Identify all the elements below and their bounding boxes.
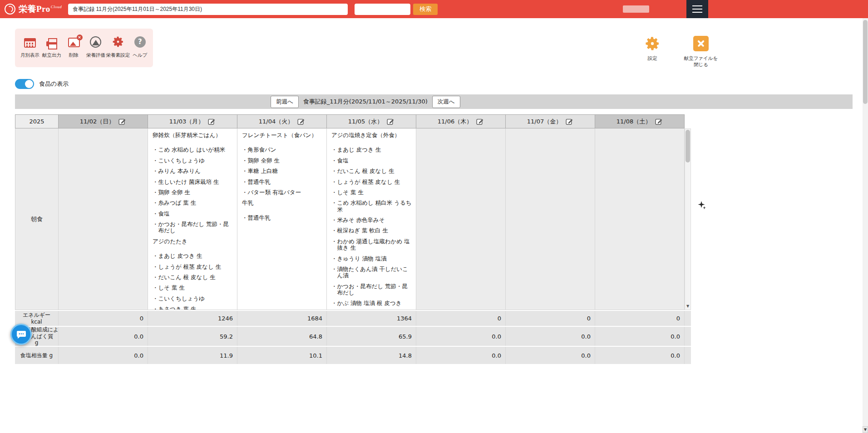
food-item: ・かつお・昆布だし 荒節・昆布だし — [153, 221, 233, 234]
food-display-toggle[interactable] — [15, 79, 34, 89]
toolbar-button-label: 月別表示 — [20, 52, 39, 58]
meal-cell-5[interactable] — [506, 128, 595, 310]
meal-cell-4[interactable] — [416, 128, 506, 310]
toolbar-button-close-orange[interactable]: 献立ファイルを閉じる — [683, 35, 719, 68]
meal-cell-0[interactable] — [59, 128, 148, 310]
table-scroll-down-icon[interactable]: ▼ — [685, 303, 690, 309]
nutrient-value: 64.8 — [237, 327, 327, 346]
prev-week-button[interactable]: 前週へ — [271, 96, 299, 108]
day-header-0[interactable]: 11/02（日） — [59, 114, 148, 128]
food-item: ・生しいたけ 菌床栽培 生 — [153, 179, 233, 185]
search-input[interactable] — [355, 4, 410, 15]
day-header-label: 11/02（日） — [80, 118, 114, 126]
toolbar-button-delete-photo[interactable]: 削除 — [64, 35, 84, 58]
day-header-5[interactable]: 11/07（金） — [506, 114, 595, 128]
toolbar-right-group: 設定献立ファイルを閉じる — [634, 35, 719, 68]
nutrient-value: 0.0 — [416, 327, 506, 346]
nutrient-rows: エネルギーkcal0124616841364000アミノ酸組成によるたんぱく質g… — [15, 310, 691, 364]
toolbar-button-gear-red[interactable]: 栄養素設定 — [108, 35, 128, 58]
toolbar-button-printer[interactable]: 献立出力 — [41, 35, 62, 58]
toolbar-button-label: 設定 — [648, 55, 657, 61]
gear-orange-icon — [644, 35, 661, 52]
nutrient-value: 11.9 — [148, 347, 237, 364]
day-header-label: 11/06（木） — [438, 118, 472, 126]
food-item: ・かぶ 漬物 塩漬 根 皮つき — [331, 300, 412, 306]
food-item: ・食塩 — [331, 157, 412, 164]
logo-text: 栄養ProCloud — [19, 3, 62, 15]
toolbar-button-gear-orange[interactable]: 設定 — [634, 35, 671, 61]
food-item: ・漬物たくあん漬 干しだいこん漬 — [331, 266, 412, 279]
nutrient-row-0: エネルギーkcal0124616841364000 — [15, 310, 691, 326]
nutrient-value: 0 — [506, 311, 595, 326]
table-scrollbar-thumb[interactable] — [686, 130, 690, 162]
page-scroll-down-icon[interactable]: ▼ — [863, 426, 868, 433]
nutrient-value: 1684 — [237, 311, 327, 326]
app-logo[interactable]: 栄養ProCloud — [0, 3, 68, 15]
food-item: ・食塩 — [153, 211, 233, 217]
table-scrollbar[interactable]: ▼ — [685, 128, 691, 310]
gear-red-icon — [112, 35, 124, 49]
nutrient-value: 0.0 — [59, 327, 148, 346]
chat-assistant-button[interactable] — [10, 324, 32, 345]
sparkle-assistant-icon[interactable] — [697, 201, 706, 210]
edit-day-icon[interactable] — [655, 118, 663, 125]
nutrient-value: 0.0 — [59, 347, 148, 364]
nutrient-value: 10.1 — [237, 347, 327, 364]
dish-name: フレンチトースト（食パン） — [242, 132, 323, 138]
food-item: ・かつお・昆布だし 荒節・昆布だし — [331, 283, 412, 296]
day-header-label: 11/08（土） — [616, 118, 651, 126]
meal-cell-1[interactable]: 卵雑炊（胚芽精米ごはん）・こめ 水稲めし はいが精米・こいくちしょうゆ・みりん … — [148, 128, 237, 310]
page-scrollbar-thumb[interactable] — [863, 20, 868, 104]
logo-title: 栄養Pro — [19, 4, 50, 14]
edit-day-icon[interactable] — [118, 118, 126, 125]
dish-name: アジのたたき — [153, 238, 233, 245]
food-item: ・普通牛乳 — [242, 215, 323, 221]
calendar-icon — [24, 35, 36, 49]
meal-body-row: 朝食 卵雑炊（胚芽精米ごはん）・こめ 水稲めし はいが精米・こいくちしょうゆ・み… — [15, 128, 691, 310]
meal-table: 2025 11/02（日）11/03（月）11/04（火）11/05（水）11/… — [15, 114, 691, 364]
nutrient-value: 0.0 — [416, 347, 506, 364]
edit-day-icon[interactable] — [387, 118, 395, 125]
menu-button[interactable] — [686, 0, 708, 18]
day-header-4[interactable]: 11/06（木） — [416, 114, 506, 128]
meal-cell-2[interactable]: フレンチトースト（食パン）・角形食パン・鶏卵 全卵 生・車糖 上白糖・普通牛乳・… — [237, 128, 327, 310]
toolbar-button-nutrition-pyramid[interactable]: 栄養評価 — [85, 35, 106, 58]
toolbar-button-label: 栄養素設定 — [106, 52, 130, 58]
toolbar-left-group: 月別表示献立出力削除栄養評価栄養素設定?ヘルプ — [15, 29, 153, 67]
nutrition-pyramid-icon — [90, 35, 101, 49]
toolbar-button-label: 削除 — [69, 52, 79, 58]
day-header-label: 11/05（水） — [348, 118, 383, 126]
day-header-2[interactable]: 11/04（火） — [237, 114, 327, 128]
edit-day-icon[interactable] — [476, 118, 484, 125]
edit-day-icon[interactable] — [566, 118, 573, 125]
day-header-label: 11/04（火） — [259, 118, 293, 126]
nutrient-value: 1364 — [327, 311, 416, 326]
day-header-1[interactable]: 11/03（月） — [148, 114, 237, 128]
user-name-redacted — [623, 5, 649, 13]
food-item: ・こいくちしょうゆ — [153, 157, 233, 164]
toolbar-button-help[interactable]: ?ヘルプ — [130, 35, 150, 58]
dish-name: アジの塩焼き定食（外食） — [331, 132, 412, 138]
food-item: ・普通牛乳 — [242, 179, 323, 185]
day-header-3[interactable]: 11/05（水） — [327, 114, 416, 128]
meal-cell-3[interactable]: アジの塩焼き定食（外食）・まあじ 皮つき 生・食塩・だいこん 根 皮なし 生・し… — [327, 128, 416, 310]
food-item: ・しょうが 根茎 皮なし 生 — [331, 179, 412, 185]
toolbar-button-calendar[interactable]: 月別表示 — [20, 35, 40, 58]
food-item: ・まあじ 皮つき 生 — [153, 253, 233, 259]
document-title-input[interactable] — [68, 4, 348, 15]
food-display-toggle-label: 食品の表示 — [39, 80, 69, 88]
meal-cell-6[interactable] — [595, 128, 685, 310]
food-item: ・こいくちしょうゆ — [153, 295, 233, 302]
page-scrollbar[interactable]: ▼ — [863, 18, 868, 433]
food-item: ・糸みつば 葉 生 — [153, 200, 233, 206]
edit-day-icon[interactable] — [297, 118, 305, 125]
food-item: ・鶏卵 全卵 生 — [242, 157, 323, 164]
nutrient-value: 0 — [416, 311, 506, 326]
nutrient-value: 0.0 — [506, 327, 595, 346]
search-button[interactable]: 検索 — [413, 4, 438, 15]
day-header-6[interactable]: 11/08（土） — [595, 114, 685, 128]
logo-icon — [5, 4, 15, 15]
edit-day-icon[interactable] — [208, 118, 216, 125]
next-week-button[interactable]: 次週へ — [432, 96, 460, 108]
food-item: ・わかめ 湯通し塩蔵わかめ 塩抜き 生 — [331, 238, 412, 251]
